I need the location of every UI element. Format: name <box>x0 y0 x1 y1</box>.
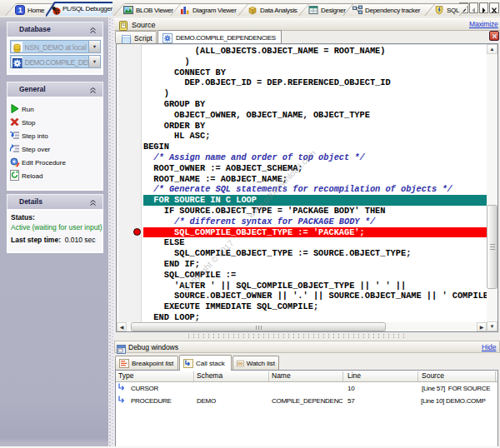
svg-text:1: 1 <box>18 6 22 14</box>
